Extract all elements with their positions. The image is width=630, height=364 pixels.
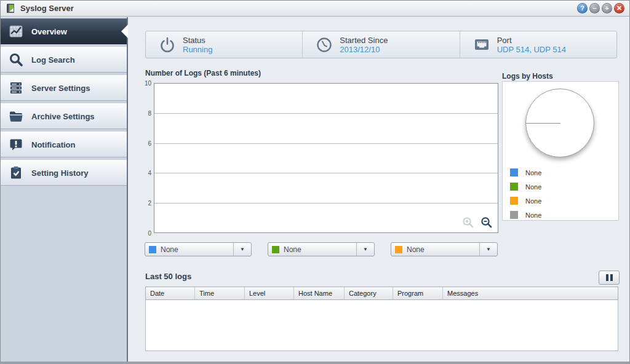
status-item-status: Status Running <box>146 31 302 58</box>
sidebar-item-label: Notification <box>31 140 76 149</box>
sidebar-item-setting-history[interactable]: Setting History <box>1 160 127 186</box>
status-value: Running <box>183 45 212 54</box>
column-header-date[interactable]: Date <box>146 287 195 299</box>
legend-item: None <box>510 165 541 180</box>
legend-item: None <box>510 194 541 208</box>
last-logs-title: Last 50 logs <box>145 272 191 281</box>
sidebar-item-notification[interactable]: Notification <box>1 132 127 157</box>
series-color-swatch <box>149 246 156 253</box>
legend-item: None <box>510 180 541 194</box>
legend-color-swatch <box>510 211 518 219</box>
folder-icon <box>8 108 24 124</box>
pie-radius-line <box>526 123 560 124</box>
overview-chart-icon <box>8 23 24 39</box>
column-header-host-name[interactable]: Host Name <box>294 287 345 299</box>
series-2-dropdown[interactable]: None ▼ <box>268 242 375 256</box>
chart-y-axis-labels: 10 8 6 4 2 0 <box>133 83 153 233</box>
pause-icon <box>610 274 613 281</box>
y-tick: 0 <box>148 230 151 237</box>
y-tick: 2 <box>148 200 151 207</box>
gridline <box>154 203 498 204</box>
log-table-body <box>145 300 618 351</box>
main-content: Status Running Started Since 2013/12/10 <box>129 17 629 362</box>
column-header-level[interactable]: Level <box>245 287 294 299</box>
status-value: 2013/12/10 <box>340 45 388 54</box>
legend-item: None <box>510 208 541 222</box>
logs-line-chart <box>154 83 498 233</box>
ethernet-port-icon <box>472 36 491 54</box>
sidebar-item-log-search[interactable]: Log Search <box>1 47 127 73</box>
power-icon <box>158 36 177 54</box>
pause-icon <box>606 274 608 281</box>
column-header-messages[interactable]: Messages <box>443 287 618 299</box>
series-color-swatch <box>272 246 279 253</box>
hosts-legend: None None None None <box>510 165 541 222</box>
search-icon <box>8 52 24 68</box>
sidebar: Overview Log Search <box>1 17 128 362</box>
series-3-dropdown[interactable]: None ▼ <box>391 242 498 256</box>
status-label: Port <box>497 36 566 45</box>
window-title: Syslog Server <box>20 4 74 13</box>
legend-label: None <box>525 197 541 205</box>
gridline <box>154 113 498 114</box>
pause-button[interactable] <box>599 271 620 285</box>
gridline <box>154 173 498 173</box>
column-header-category[interactable]: Category <box>345 287 393 299</box>
help-button[interactable]: ? <box>577 3 588 14</box>
status-value: UDP 514, UDP 514 <box>497 45 566 54</box>
legend-label: None <box>525 183 541 191</box>
zoom-out-icon[interactable] <box>480 216 493 229</box>
clock-icon <box>315 36 333 54</box>
logs-by-hosts-panel: None None None None <box>502 81 619 221</box>
column-header-program[interactable]: Program <box>393 287 443 299</box>
y-tick: 4 <box>148 170 151 176</box>
chart-zoom-controls <box>462 216 493 229</box>
y-tick: 8 <box>148 109 151 116</box>
chart-title: Number of Logs (Past 6 minutes) <box>145 69 261 77</box>
legend-label: None <box>525 212 541 219</box>
minimize-button[interactable]: – <box>589 3 600 14</box>
chevron-down-icon[interactable]: ▼ <box>479 243 497 256</box>
sidebar-item-label: Setting History <box>31 168 88 178</box>
sidebar-item-archive-settings[interactable]: Archive Settings <box>1 103 127 129</box>
zoom-in-icon[interactable] <box>462 216 474 229</box>
clipboard-check-icon <box>8 165 24 181</box>
sidebar-item-label: Log Search <box>31 55 75 65</box>
legend-color-swatch <box>510 183 518 191</box>
sidebar-item-label: Server Settings <box>31 84 90 93</box>
y-tick: 6 <box>148 140 151 146</box>
status-item-port: Port UDP 514, UDP 514 <box>460 31 616 58</box>
sidebar-item-label: Overview <box>31 27 67 36</box>
legend-color-swatch <box>510 168 518 176</box>
syslog-server-window: Syslog Server ? – + ✕ Overview <box>0 0 630 364</box>
series-color-swatch <box>395 246 402 253</box>
column-header-time[interactable]: Time <box>195 287 245 299</box>
chevron-down-icon[interactable]: ▼ <box>356 243 374 256</box>
dropdown-value: None <box>407 245 479 254</box>
titlebar: Syslog Server ? – + ✕ <box>1 1 629 17</box>
legend-color-swatch <box>510 197 518 205</box>
chevron-down-icon[interactable]: ▼ <box>233 243 251 256</box>
y-tick: 10 <box>145 80 151 87</box>
sidebar-item-server-settings[interactable]: Server Settings <box>1 75 127 101</box>
status-label: Started Since <box>340 36 388 45</box>
series-1-dropdown[interactable]: None ▼ <box>145 242 252 256</box>
sidebar-item-label: Archive Settings <box>31 112 95 121</box>
dropdown-value: None <box>284 245 356 254</box>
app-logo-icon <box>6 3 16 14</box>
status-item-started-since: Started Since 2013/12/10 <box>302 31 459 58</box>
legend-label: None <box>525 169 541 176</box>
logs-by-hosts-title: Logs by Hosts <box>502 72 553 81</box>
server-icon <box>8 80 24 96</box>
close-button[interactable]: ✕ <box>614 3 624 14</box>
dropdown-value: None <box>161 245 233 254</box>
gridline <box>154 143 498 144</box>
window-controls: ? – + ✕ <box>577 3 624 14</box>
status-label: Status <box>183 36 212 45</box>
sidebar-item-overview[interactable]: Overview <box>1 18 127 44</box>
maximize-button[interactable]: + <box>602 3 612 14</box>
notification-icon <box>8 136 24 152</box>
status-panel: Status Running Started Since 2013/12/10 <box>145 31 617 58</box>
log-table-header: Date Time Level Host Name Category Progr… <box>145 287 618 300</box>
active-item-arrow <box>121 25 128 38</box>
